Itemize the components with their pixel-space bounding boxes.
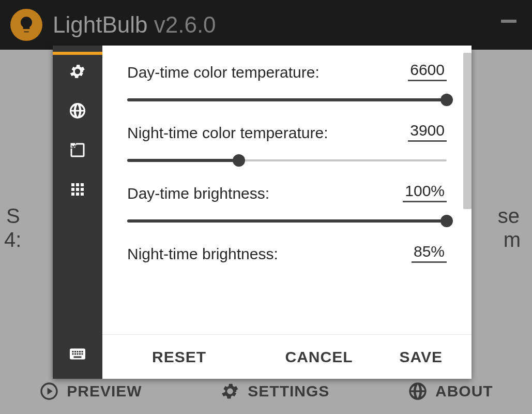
globe-icon [68,101,87,120]
slider-thumb[interactable] [440,94,453,106]
night-bright-label: Night-time brightness: [127,245,278,263]
day-temp-value[interactable]: 6600 [408,61,447,81]
settings-dialog: Day-time color temperature: 6600 Night-t… [53,46,472,379]
sidebar-item-location[interactable] [53,91,102,130]
settings-sidebar [53,46,102,379]
app-logo [10,9,42,41]
bg-text: S [6,204,20,228]
night-bright-value[interactable]: 85% [412,243,447,263]
app-name: LightBulb [53,12,147,37]
keyboard-icon [68,345,87,363]
settings-button[interactable]: SETTINGS [220,381,329,402]
settings-panel: Day-time color temperature: 6600 Night-t… [102,46,472,379]
dialog-actions: RESET CANCEL SAVE [102,334,472,379]
preview-label: PREVIEW [67,382,142,400]
sidebar-item-grid[interactable] [53,170,102,209]
globe-icon [407,381,428,402]
day-bright-label: Day-time brightness: [127,185,269,202]
app-window: LightBulb v2.6.0 S 4: se m PREVIEW SETTI… [0,0,532,414]
app-version: v2.6.0 [154,12,216,37]
day-temp-label: Day-time color temperature: [127,64,320,81]
bg-text: se [498,204,520,228]
night-temp-slider[interactable] [127,153,447,168]
bg-text: m [504,228,521,252]
day-bright-value[interactable]: 100% [403,182,447,202]
sidebar-item-general[interactable] [53,52,102,91]
slider-thumb[interactable] [233,154,245,167]
day-bright-slider[interactable] [127,214,447,228]
slider-thumb[interactable] [440,215,453,227]
lightbulb-icon [17,15,36,35]
grid-icon [68,180,87,199]
gear-icon [220,381,240,402]
cancel-button[interactable]: CANCEL [285,348,353,366]
bg-text: 4: [4,228,21,252]
scrollbar[interactable] [463,53,472,209]
night-temp-label: Night-time color temperature: [127,124,328,142]
title-bar: LightBulb v2.6.0 [0,0,532,50]
play-circle-icon [39,381,59,402]
minimize-button[interactable] [501,20,516,23]
about-label: ABOUT [435,382,493,400]
footer-bar: PREVIEW SETTINGS ABOUT [0,381,532,402]
checklist-icon [68,141,87,159]
night-temp-value[interactable]: 3900 [408,122,447,142]
night-temp-row: Night-time color temperature: 3900 [127,122,447,168]
reset-button[interactable]: RESET [152,348,206,366]
sidebar-item-hotkeys[interactable] [53,334,102,374]
day-bright-row: Day-time brightness: 100% [127,182,447,228]
app-title: LightBulb v2.6.0 [53,12,216,38]
settings-label: SETTINGS [248,382,329,400]
day-temp-row: Day-time color temperature: 6600 [127,61,447,107]
save-button[interactable]: SAVE [400,348,443,366]
sidebar-item-rules[interactable] [53,130,102,170]
night-bright-row: Night-time brightness: 85% [127,243,447,263]
preview-button[interactable]: PREVIEW [39,381,142,402]
about-button[interactable]: ABOUT [407,381,493,402]
day-temp-slider[interactable] [127,93,447,107]
gear-icon [68,62,87,81]
